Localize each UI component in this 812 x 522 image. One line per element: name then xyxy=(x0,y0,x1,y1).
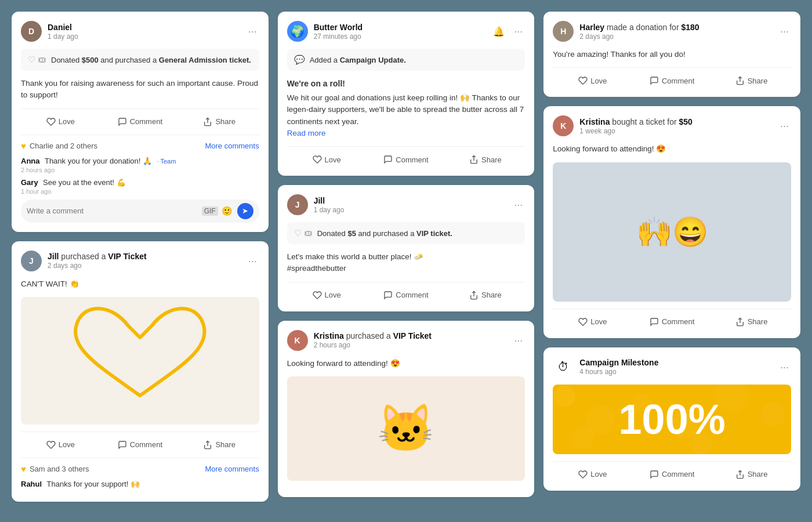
butter-world-time: 27 minutes ago xyxy=(314,32,363,41)
jill-mid-name: Jill xyxy=(314,196,345,205)
love-button[interactable]: Love xyxy=(553,315,632,329)
share-button[interactable]: Share xyxy=(712,315,791,329)
kristina-time: 2 hours ago xyxy=(314,341,432,349)
love-button[interactable]: Love xyxy=(21,115,100,129)
comment-summary: ♥ Sam and 3 others More comments xyxy=(21,464,259,474)
post-body: Looking forward to attending! 😍 xyxy=(553,143,791,155)
comment-button[interactable]: Comment xyxy=(632,467,712,481)
comment-likers: Charlie and 2 others xyxy=(30,142,97,150)
svg-point-13 xyxy=(691,433,713,454)
kristina-ticket-name: Kristina bought a ticket for $50 xyxy=(579,117,693,126)
more-options-button[interactable]: ··· xyxy=(246,25,259,38)
jill-avatar: J xyxy=(21,251,42,271)
comment-button[interactable]: Comment xyxy=(632,74,712,88)
campaign-icon: 💬 xyxy=(294,55,305,65)
post-body: You're amazing! Thanks for all you do! xyxy=(553,49,791,60)
more-options-button[interactable]: ··· xyxy=(778,25,791,38)
daniel-name: Daniel xyxy=(48,23,78,32)
kristina-vip-card: K Kristina purchased a VIP Ticket 2 hour… xyxy=(278,321,535,497)
comment-input-row: GIF 🙂 ➤ xyxy=(21,200,259,223)
more-comments-link[interactable]: More comments xyxy=(205,142,259,150)
excited-person-gif: 🙌😄 xyxy=(553,162,791,302)
comment-button[interactable]: Comment xyxy=(100,115,180,129)
comment-button[interactable]: Comment xyxy=(100,438,180,452)
harley-time: 2 days ago xyxy=(579,32,699,41)
action-row: Love Comment Share xyxy=(287,282,525,302)
share-button[interactable]: Share xyxy=(712,74,791,88)
love-button[interactable]: Love xyxy=(287,153,367,166)
share-button[interactable]: Share xyxy=(180,438,259,452)
jill-vip-card: J Jill purchased a VIP Ticket 2 days ago… xyxy=(12,241,269,502)
more-options-button[interactable]: ··· xyxy=(512,198,525,211)
daniel-time: 1 day ago xyxy=(48,32,78,41)
heart-yellow-icon: ♥ xyxy=(21,141,26,151)
milestone-name: Campaign Milestone xyxy=(579,358,658,367)
share-button[interactable]: Share xyxy=(712,467,791,481)
ticket-icon: 🎟 xyxy=(304,228,313,238)
post-body: We're on a roll! We hit our goal and don… xyxy=(287,78,525,139)
love-button[interactable]: Love xyxy=(553,74,632,88)
share-button[interactable]: Share xyxy=(180,115,259,129)
post-headline: We're on a roll! xyxy=(287,78,525,90)
jill-mid-card: J Jill 1 day ago ··· ♡ 🎟 Donated $5 and … xyxy=(278,185,535,311)
gif-icon: GIF xyxy=(202,206,218,216)
milestone-card: ⏱ Campaign Milestone 4 hours ago ··· xyxy=(543,347,800,491)
heart-icon: ♡ xyxy=(294,228,302,238)
more-options-button[interactable]: ··· xyxy=(778,119,791,132)
comments-section: ♥ Sam and 3 others More comments Rahul T… xyxy=(21,458,259,489)
card-header: J Jill 1 day ago ··· xyxy=(287,194,525,215)
activity-text: Donated $5 and purchased a VIP ticket. xyxy=(317,229,519,238)
love-button[interactable]: Love xyxy=(287,288,367,302)
action-row: Love Comment Share xyxy=(553,461,791,481)
bell-icon[interactable]: 🔔 xyxy=(493,26,505,37)
post-body: CAN'T WAIT! 👏 xyxy=(21,278,259,290)
jill-name: Jill purchased a VIP Ticket xyxy=(48,252,147,261)
more-options-button[interactable]: ··· xyxy=(246,255,259,267)
kristina-name: Kristina purchased a VIP Ticket xyxy=(314,331,432,340)
harley-name: Harley made a donation for $180 xyxy=(579,23,699,32)
svg-point-9 xyxy=(671,413,697,439)
more-comments-link[interactable]: More comments xyxy=(205,465,259,473)
harley-card: H Harley made a donation for $180 2 days… xyxy=(543,12,800,97)
love-button[interactable]: Love xyxy=(553,467,632,481)
card-header: K Kristina bought a ticket for $50 1 wee… xyxy=(553,115,791,136)
more-options-button[interactable]: ··· xyxy=(512,25,525,38)
activity-row: 💬 Added a Campaign Update. xyxy=(287,49,525,71)
share-button[interactable]: Share xyxy=(445,153,525,166)
butter-world-card: 🌍 Butter World 27 minutes ago 🔔 ··· 💬 Ad… xyxy=(278,12,535,176)
jill-time: 2 days ago xyxy=(48,262,147,270)
love-button[interactable]: Love xyxy=(21,438,100,452)
milestone-time: 4 hours ago xyxy=(579,368,658,376)
activity-text: Added a Campaign Update. xyxy=(310,56,519,64)
heart-image xyxy=(21,297,259,425)
share-button[interactable]: Share xyxy=(445,288,525,302)
milestone-image: 100% xyxy=(553,385,791,454)
svg-point-8 xyxy=(633,393,651,411)
butter-world-avatar: 🌍 xyxy=(287,21,308,42)
comment-input[interactable] xyxy=(27,206,197,215)
send-comment-button[interactable]: ➤ xyxy=(237,203,253,219)
card-header: H Harley made a donation for $180 2 days… xyxy=(553,21,791,42)
comment-summary: ♥ Charlie and 2 others More comments xyxy=(21,141,259,151)
comment-item: Rahul Thanks for your support! 🙌 xyxy=(21,478,259,489)
more-options-button[interactable]: ··· xyxy=(778,361,791,374)
comment-button[interactable]: Comment xyxy=(367,288,446,302)
comment-likers: Sam and 3 others xyxy=(30,465,89,473)
comment-button[interactable]: Comment xyxy=(632,315,712,329)
daniel-avatar: D xyxy=(21,21,42,42)
action-row: Love Comment Share xyxy=(21,432,259,452)
kristina-top-avatar: K xyxy=(553,115,574,136)
kristina-ticket-time: 1 week ago xyxy=(579,127,693,135)
activity-row: ♡ 🎟 Donated $5 and purchased a VIP ticke… xyxy=(287,222,525,244)
daniel-card: D Daniel 1 day ago ··· ♡ 🎟 Donated $ xyxy=(12,12,269,232)
post-body: Looking forward to attending! 😍 xyxy=(287,358,525,369)
activity-text: Donated $500 and purchased a General Adm… xyxy=(51,56,252,64)
svg-point-11 xyxy=(762,402,785,426)
emoji-icon[interactable]: 🙂 xyxy=(222,206,233,216)
more-options-button[interactable]: ··· xyxy=(512,334,525,347)
read-more-link[interactable]: Read more xyxy=(287,129,326,137)
feed-container: D Daniel 1 day ago ··· ♡ 🎟 Donated $ xyxy=(12,12,800,502)
column-2: 🌍 Butter World 27 minutes ago 🔔 ··· 💬 Ad… xyxy=(278,12,535,502)
kristina-ticket-card: K Kristina bought a ticket for $50 1 wee… xyxy=(543,106,800,338)
comment-button[interactable]: Comment xyxy=(367,153,446,166)
